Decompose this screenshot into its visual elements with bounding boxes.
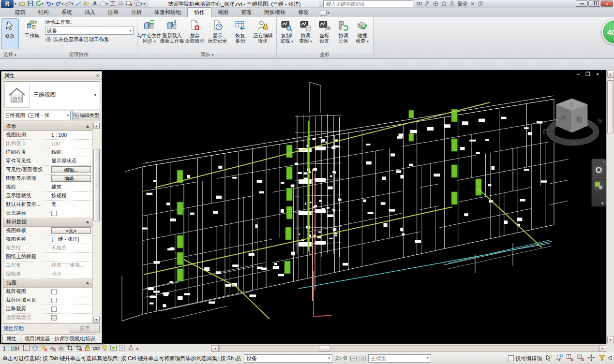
visual-style-icon[interactable]	[31, 344, 39, 352]
help-icon[interactable]: ?	[478, 0, 484, 8]
interference-check-button[interactable]: 碰撞检查 ▾	[353, 18, 372, 44]
signin-icon[interactable]	[449, 0, 455, 8]
apply-button[interactable]: 应用	[70, 325, 100, 333]
tab-附加模块[interactable]: 附加模块	[258, 8, 292, 17]
instance-selector[interactable]: 三维视图: (三维 - 张▾	[3, 111, 71, 120]
communication-icon[interactable]	[433, 0, 439, 8]
modify-button[interactable]: 修改	[1, 18, 19, 49]
property-value[interactable]: 张洋	[49, 270, 92, 278]
property-value[interactable]: 1 : 100	[49, 131, 92, 139]
copy-monitor-button[interactable]: 复制/监视 ▾	[277, 18, 296, 44]
palette-title-bar[interactable]: 属性 ×	[1, 72, 102, 80]
property-value[interactable]: 100	[49, 140, 92, 148]
horizontal-scrollbar[interactable]: ◂ ▸	[211, 344, 606, 352]
drag-elements-icon[interactable]	[587, 354, 595, 363]
save-button[interactable]	[27, 0, 34, 8]
exchange-icon[interactable]: X	[469, 0, 476, 8]
view-minimize-icon[interactable]: –	[575, 71, 582, 77]
property-checkbox[interactable]	[51, 211, 57, 216]
workset-select[interactable]: 设备▾	[244, 354, 332, 363]
undo-button[interactable]: ▾	[45, 0, 54, 8]
property-edit-button[interactable]: <无>	[51, 227, 91, 234]
infocenter-search[interactable]	[323, 0, 413, 7]
property-value[interactable]: 按规程	[49, 192, 92, 200]
favorites-icon[interactable]	[441, 0, 447, 8]
property-value[interactable]	[49, 305, 92, 313]
scroll-up-icon[interactable]: ▲	[607, 71, 614, 78]
panel-label-select[interactable]: 选择 ▾	[0, 51, 20, 58]
workset-status-icon[interactable]	[235, 355, 242, 362]
tag-button[interactable]	[83, 0, 90, 8]
section-button[interactable]	[109, 0, 117, 8]
collapse-chevron-icon[interactable]	[86, 221, 90, 223]
palette-close-icon[interactable]: ×	[96, 73, 99, 78]
property-value[interactable]: 无	[49, 201, 92, 209]
app-menu-caret-icon[interactable]: ▾	[15, 2, 16, 6]
property-value[interactable]	[49, 296, 92, 305]
tab-建筑[interactable]: 建筑	[9, 8, 32, 17]
tab-系统[interactable]: 系统	[55, 8, 78, 17]
type-selector[interactable]: 三维视图 ▼	[3, 81, 100, 109]
design-option-select[interactable]: 主模型▾	[368, 354, 431, 363]
dropdown-caret-icon[interactable]: ▾	[52, 2, 54, 6]
restore-backup-button[interactable]: 恢复备份	[229, 18, 252, 44]
dropdown-caret-icon[interactable]: ▾	[72, 2, 74, 6]
signin-label[interactable]: 登录	[457, 0, 467, 7]
worksets-button[interactable]: 工作集	[21, 18, 43, 38]
sync-qat-button[interactable]: ▾	[35, 0, 45, 8]
thin-lines-button[interactable]	[117, 0, 125, 8]
crop-view-icon[interactable]	[66, 344, 74, 352]
customize-qat-icon[interactable]: ▾	[144, 2, 146, 6]
property-value[interactable]: 不相关	[49, 244, 92, 252]
property-value[interactable]: 编辑...	[49, 166, 92, 174]
tab-注释[interactable]: 注释	[102, 8, 125, 17]
aligned-dimension-button[interactable]	[75, 0, 82, 8]
crop-region-icon[interactable]	[75, 344, 82, 352]
restore-button[interactable]	[588, 0, 600, 7]
navbar-expand-icon[interactable]	[601, 203, 604, 204]
relinquish-button[interactable]: 放弃全部请求	[183, 18, 206, 44]
edit-type-button[interactable]: 编辑类型	[72, 111, 100, 120]
minimize-button[interactable]	[576, 0, 588, 7]
property-value[interactable]: 建筑	[49, 183, 92, 191]
text-button[interactable]: A	[91, 0, 99, 8]
revit-logo[interactable]: R	[1, 0, 14, 8]
property-edit-button[interactable]: 编辑...	[51, 175, 91, 182]
coordinates-button[interactable]: 坐标设置	[315, 18, 334, 44]
property-value[interactable]	[49, 253, 92, 261]
tab-体量和场地[interactable]: 体量和场地	[148, 8, 187, 17]
rendering-icon[interactable]	[58, 344, 65, 352]
reconcile-hosting-button[interactable]: 协调主体	[334, 18, 353, 44]
analytical-model-icon[interactable]	[127, 344, 135, 352]
open-button[interactable]	[18, 0, 26, 8]
tab-协作[interactable]: 协作	[187, 7, 211, 17]
type-selector-caret-icon[interactable]: ▼	[93, 93, 100, 97]
property-value[interactable]: 视图 "三维视...	[49, 262, 92, 270]
steering-wheel-icon[interactable]	[594, 165, 604, 175]
properties-help-link[interactable]: 属性帮助	[3, 325, 24, 332]
sun-path-icon[interactable]	[40, 344, 47, 352]
tab-project-browser[interactable]: 项目浏览器 - 技师学院机电培训...	[21, 335, 97, 343]
palette-scroll-thumb[interactable]: ≡	[93, 149, 100, 221]
switch-windows-button[interactable]: ▾	[134, 0, 143, 8]
gray-inactive-worksets-toggle[interactable]: 以灰色显示非活动工作集	[45, 36, 134, 44]
vscroll-thumb[interactable]	[607, 80, 614, 133]
property-checkbox[interactable]	[51, 289, 57, 294]
view-cube[interactable]: 西 南 东 上 左 前	[532, 92, 606, 147]
tab-修改[interactable]: 修改	[292, 8, 315, 17]
dropdown-caret-icon[interactable]: ▾	[42, 2, 44, 6]
property-value[interactable]	[49, 314, 92, 322]
view-close-icon[interactable]: ×	[594, 71, 601, 77]
editing-requests-status-icon[interactable]	[334, 355, 342, 362]
editable-only-checkbox[interactable]	[508, 355, 514, 361]
reload-latest-button[interactable]: 重新载入最新工作集	[161, 18, 183, 44]
tab-结构[interactable]: 结构	[32, 8, 55, 17]
select-links-icon[interactable]	[545, 354, 553, 363]
detail-level-icon[interactable]	[23, 344, 30, 352]
property-value[interactable]: 编辑...	[49, 175, 92, 183]
temporary-view-icon[interactable]	[119, 344, 126, 352]
viewbar-collapse-icon[interactable]: ◂	[136, 346, 138, 351]
property-value[interactable]: <无>	[49, 227, 92, 235]
active-workset-select[interactable]: 设备▾	[45, 27, 134, 35]
tab-插入[interactable]: 插入	[78, 8, 102, 17]
